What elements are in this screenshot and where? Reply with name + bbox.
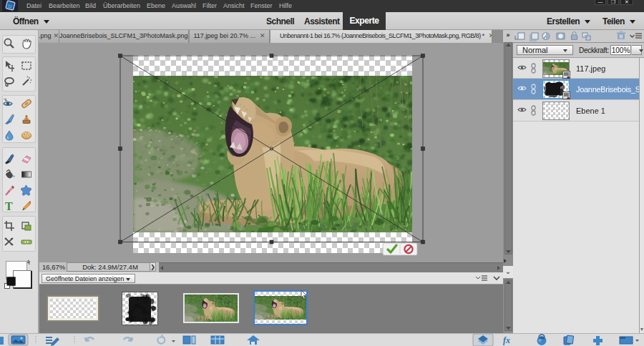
svg-text:T: T: [5, 200, 13, 212]
svg-text:fx: fx: [503, 335, 510, 345]
